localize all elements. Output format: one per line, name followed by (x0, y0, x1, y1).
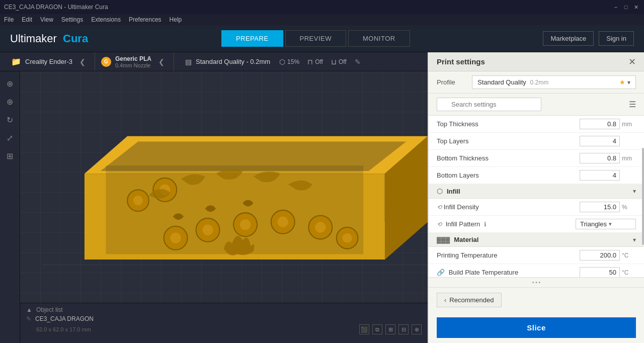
3d-model-svg (20, 71, 428, 303)
folder-icon: 📁 (11, 57, 21, 66)
star-icon[interactable]: ★ (619, 78, 625, 86)
scrollbar[interactable] (642, 148, 644, 245)
maximize-button[interactable]: □ (622, 3, 630, 11)
infill-pattern-chevron[interactable]: ▾ (609, 221, 612, 227)
print-temp-input[interactable] (580, 250, 620, 261)
edit-icon[interactable]: ✎ (355, 58, 361, 66)
canvas-area[interactable] (20, 71, 428, 303)
bottom-layers-row: Bottom Layers (429, 167, 644, 184)
marketplace-button[interactable]: Marketplace (543, 31, 594, 46)
material-section-chevron[interactable]: ▾ (633, 236, 636, 243)
menu-preferences[interactable]: Preferences (129, 16, 162, 23)
bottom-thickness-value: mm (580, 153, 636, 163)
infill-pattern-dropdown[interactable]: Triangles ▾ (576, 219, 636, 229)
print-temp-unit: °C (622, 252, 636, 259)
top-layers-input[interactable] (580, 136, 620, 146)
move-tool[interactable]: ⊕ (3, 95, 17, 109)
app-logo: Ultimaker Cura (10, 32, 88, 45)
object-action-icons: ⬛ ⧉ ⊞ ⊟ ⊕ (359, 324, 422, 334)
tab-monitor[interactable]: MONITOR (348, 30, 410, 47)
build-temp-unit: °C (622, 269, 636, 276)
viewport: 📁 Creality Ender-3 ❮ G Generic PLA 0.4mm… (0, 52, 428, 343)
scale-tool[interactable]: ⤢ (3, 131, 17, 145)
build-temp-row: 🔗 Build Plate Temperature °C (429, 264, 644, 277)
infill-pattern-value: Triangles ▾ (576, 219, 636, 229)
infill-density-unit: % (622, 204, 636, 211)
object-item: ✎ CE3_CAJA DRAGON (26, 315, 422, 322)
side-tools: ⊕ ⊕ ↻ ⤢ ⊞ (0, 71, 20, 343)
window-controls[interactable]: − □ ✕ (612, 3, 640, 11)
top-layers-value (580, 136, 636, 146)
obj-cube-icon[interactable]: ⬛ (359, 324, 369, 334)
svg-point-7 (170, 233, 181, 243)
titlebar: CE3_CAJA DRAGON - Ultimaker Cura − □ ✕ (0, 0, 644, 14)
print-settings-panel: Print settings ✕ Profile Standard Qualit… (428, 52, 644, 343)
obj-more-icon[interactable]: ⊕ (412, 324, 422, 334)
recommended-button[interactable]: ‹ Recommended (437, 293, 502, 307)
link-icon: 🔗 (437, 269, 445, 276)
select-tool[interactable]: ⊕ (3, 76, 17, 91)
printer-section[interactable]: 📁 Creality Ender-3 ❮ (5, 52, 95, 71)
svg-point-17 (343, 233, 352, 243)
filter-button[interactable]: ☰ (629, 100, 636, 109)
object-name: CE3_CAJA DRAGON (35, 315, 94, 322)
material-section[interactable]: G Generic PLA 0.4mm Nozzle ❮ (95, 52, 174, 71)
material-chevron[interactable]: ❮ (155, 58, 168, 66)
object-list-header[interactable]: ▲ Object list (26, 306, 422, 313)
top-thickness-row: Top Thickness mm (429, 116, 644, 133)
profile-chevron-icon[interactable]: ▾ (627, 79, 630, 86)
infill-section-icon: ⬡ (437, 187, 443, 195)
tab-preview[interactable]: PREVIEW (285, 30, 346, 47)
infill-section-chevron[interactable]: ▾ (633, 188, 636, 195)
menu-settings[interactable]: Settings (61, 16, 83, 23)
adhesion-stat: ⊔ Off (331, 58, 347, 66)
adhesion-icon: ⊔ (331, 58, 337, 66)
print-temp-row: Printing Temperature °C (429, 247, 644, 264)
material-section-header[interactable]: ▓▓▓ Material ▾ (429, 233, 644, 247)
profile-select[interactable]: Standard Quality 0.2mm ★ ▾ (472, 75, 636, 89)
menu-view[interactable]: View (40, 16, 53, 23)
menu-edit[interactable]: Edit (22, 16, 32, 23)
menu-extensions[interactable]: Extensions (91, 16, 121, 23)
edit-pencil-icon: ✎ (26, 315, 31, 322)
tab-prepare[interactable]: PREPARE (221, 30, 283, 47)
profile-value: Standard Quality 0.2mm (477, 78, 548, 86)
bottom-thickness-label: Bottom Thickness (437, 154, 580, 162)
close-button[interactable]: ✕ (632, 3, 640, 11)
svg-point-15 (315, 222, 326, 232)
adhesion-value: Off (339, 58, 347, 65)
menu-file[interactable]: File (4, 16, 14, 23)
printer-chevron[interactable]: ❮ (76, 58, 89, 66)
rotate-tool[interactable]: ↻ (3, 113, 17, 127)
bottom-layers-label: Bottom Layers (437, 172, 580, 179)
panel-header: Print settings ✕ (429, 52, 644, 71)
signin-button[interactable]: Sign in (599, 31, 634, 46)
minimize-button[interactable]: − (612, 3, 620, 11)
infill-section-header[interactable]: ⬡ Infill ▾ (429, 184, 644, 199)
quality-name: Standard Quality - 0.2mm (196, 58, 270, 65)
search-input[interactable] (437, 98, 541, 111)
obj-mirror-icon[interactable]: ⊞ (385, 324, 395, 334)
obj-delete-icon[interactable]: ⊟ (398, 324, 409, 334)
infill-density-input[interactable] (580, 202, 620, 212)
bottom-thickness-input[interactable] (580, 153, 620, 163)
slice-button[interactable]: Slice (437, 317, 636, 338)
quality-section: ▤ Standard Quality - 0.2mm ⬡ 15% ⊓ Off ⊔… (179, 52, 367, 71)
bottom-thickness-unit: mm (622, 155, 636, 162)
object-list-label: Object list (36, 306, 63, 313)
panel-close-button[interactable]: ✕ (628, 56, 636, 67)
menu-help[interactable]: Help (170, 16, 182, 23)
infill-stat: ⬡ 15% (279, 58, 299, 66)
mirror-tool[interactable]: ⊞ (3, 149, 17, 163)
bottom-layers-input[interactable] (580, 170, 620, 181)
recommended-chevron-icon: ‹ (444, 296, 446, 304)
collapse-handle[interactable]: • • • (429, 277, 644, 287)
panel-bottom: ‹ Recommended (429, 287, 644, 312)
top-thickness-input[interactable] (580, 119, 620, 129)
collapse-icon[interactable]: ▲ (26, 306, 32, 313)
build-temp-input[interactable] (580, 267, 620, 277)
infill-density-value: % (580, 202, 636, 212)
printer-name: Creality Ender-3 (25, 58, 72, 65)
profile-row: Profile Standard Quality 0.2mm ★ ▾ (429, 71, 644, 94)
obj-copy-icon[interactable]: ⧉ (372, 324, 382, 334)
